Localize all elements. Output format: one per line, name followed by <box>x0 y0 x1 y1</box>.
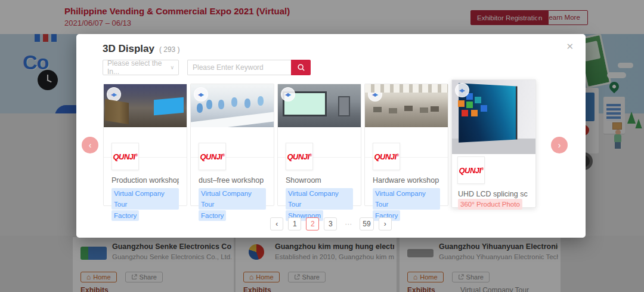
carousel-next-button[interactable]: › <box>551 137 568 153</box>
pagination-page-1[interactable]: 1 <box>288 217 301 230</box>
card-title: Production workshop <box>112 176 179 185</box>
card-title: Hardware workshop <box>373 176 440 185</box>
pano-3d-icon: ◀▶ <box>455 83 469 97</box>
industry-select-placeholder: Please select the In... <box>107 59 170 76</box>
exhibitor-logo: QUNJI® <box>286 143 313 170</box>
tag: Virtual Company Tour <box>373 188 440 210</box>
display-card[interactable]: ◀▶ QUNJI® Hardware workshop Virtual Comp… <box>364 84 448 206</box>
search-icon <box>297 63 305 72</box>
exhibitor-logo: QUNJI® <box>373 143 400 170</box>
card-title: Showroom <box>286 176 353 185</box>
search-button[interactable] <box>291 60 311 75</box>
exhibitor-logo: QUNJI® <box>457 156 485 184</box>
keyword-input[interactable] <box>187 60 291 75</box>
exhibitor-logo: QUNJI® <box>112 143 139 170</box>
pagination-prev-button[interactable]: ‹ <box>270 217 283 230</box>
display-card[interactable]: ◀▶ QUNJI® UHD LCD splicing scree... 360°… <box>451 79 536 208</box>
pano-3d-icon: ◀▶ <box>368 87 382 102</box>
video-wall-tiles <box>458 100 465 107</box>
card-title: dust–free workshop <box>199 176 266 185</box>
industry-select[interactable]: Please select the In... ∨ <box>103 60 179 75</box>
pagination: ‹ 1 2 3 ··· 59 › <box>76 217 586 230</box>
card-image-production-workshop[interactable]: ◀▶ <box>104 84 187 127</box>
pagination-ellipsis: ··· <box>342 217 355 230</box>
pano-3d-icon: ◀▶ <box>107 87 121 102</box>
close-icon[interactable]: ✕ <box>564 39 576 54</box>
tag: 360° Product Photo <box>458 199 522 210</box>
carousel-prev-button[interactable]: ‹ <box>82 137 98 153</box>
chevron-down-icon: ∨ <box>170 64 174 70</box>
tag: Virtual Company Tour <box>112 188 179 210</box>
pano-3d-icon: ◀▶ <box>281 87 295 102</box>
exhibitor-logo: QUNJI® <box>199 143 226 170</box>
card-title: UHD LCD splicing scree... <box>458 190 528 198</box>
tag: Virtual Company Tour <box>199 188 266 210</box>
result-count: ( 293 ) <box>159 45 180 54</box>
pagination-page-59[interactable]: 59 <box>360 217 373 230</box>
pano-3d-icon: ◀▶ <box>194 87 208 102</box>
pagination-next-button[interactable]: › <box>379 217 392 230</box>
display-card[interactable]: ◀▶ QUNJI® Production workshop Virtual Co… <box>103 84 187 206</box>
tag: Virtual Company Tour <box>286 188 353 210</box>
pagination-page-2-active[interactable]: 2 <box>306 217 319 230</box>
display-card[interactable]: ◀▶ QUNJI® dust–free workshop Virtual Com… <box>190 84 274 206</box>
modal-title: 3D Display <box>103 43 154 55</box>
display-card[interactable]: ◀▶ QUNJI® Showroom Virtual Company Tour … <box>277 84 361 206</box>
3d-display-modal: 3D Display ( 293 ) ✕ Please select the I… <box>76 34 586 238</box>
pagination-page-3[interactable]: 3 <box>324 217 337 230</box>
card-image-dustfree-workshop[interactable]: ◀▶ <box>191 84 274 127</box>
card-image-hardware-workshop[interactable]: ◀▶ <box>365 84 448 127</box>
card-image-lcd-splicing-screen[interactable]: ◀▶ <box>452 80 535 154</box>
card-image-showroom[interactable]: ◀▶ <box>278 84 361 127</box>
